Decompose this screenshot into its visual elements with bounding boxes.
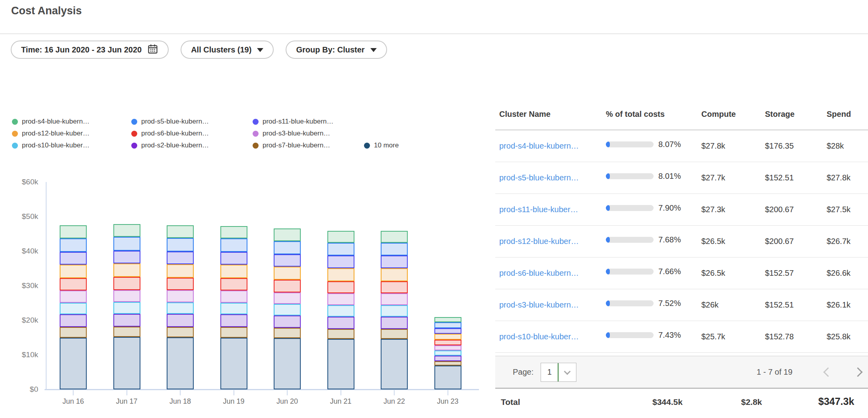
previous-page-button[interactable] bbox=[823, 367, 833, 377]
cluster-link[interactable]: prod-s10-blue-kuber… bbox=[499, 332, 579, 341]
bar-segment bbox=[381, 281, 408, 293]
bar-segment bbox=[60, 265, 87, 278]
bar-segment bbox=[167, 238, 194, 252]
pagination-range: 1 - 7 of 19 bbox=[757, 368, 792, 377]
x-axis-tick bbox=[448, 390, 448, 395]
column-header-pct: % of total costs bbox=[606, 110, 665, 119]
y-axis-tick-label: $50k bbox=[2, 212, 38, 221]
stacked-bar-jun-22 bbox=[381, 231, 408, 389]
bar-segment bbox=[113, 251, 140, 263]
bar-segment bbox=[327, 317, 354, 329]
chevron-down-icon bbox=[564, 368, 571, 375]
cell-spend: $28k bbox=[827, 141, 844, 151]
bar-segment bbox=[327, 339, 354, 389]
bar-segment bbox=[113, 224, 140, 237]
stacked-bar-jun-19 bbox=[220, 226, 247, 389]
cell-pct-of-total: 8.07% bbox=[606, 140, 681, 149]
bar-segment bbox=[434, 328, 461, 334]
legend-item[interactable]: prod-s10-blue-kuber… bbox=[12, 141, 131, 149]
pct-value: 7.68% bbox=[658, 235, 681, 244]
legend-item[interactable]: 10 more bbox=[364, 141, 399, 149]
legend-dot-icon bbox=[364, 143, 370, 149]
bar-segment bbox=[167, 302, 194, 314]
cell-spend: $27.5k bbox=[827, 205, 850, 214]
stacked-bar-jun-20 bbox=[274, 228, 301, 389]
bar-segment bbox=[167, 314, 194, 327]
x-axis-tick bbox=[180, 390, 181, 395]
bar-segment bbox=[434, 340, 461, 345]
legend-item-label: prod-s11-blue-kubern… bbox=[263, 118, 333, 126]
legend-dot-icon bbox=[253, 131, 259, 137]
legend-item[interactable]: prod-s11-blue-kubern… bbox=[253, 118, 364, 126]
bar-segment bbox=[113, 314, 140, 327]
bar-segment bbox=[60, 290, 87, 302]
cell-storage: $200.67 bbox=[765, 205, 794, 214]
legend-item[interactable]: prod-s4-blue-kubern… bbox=[12, 118, 131, 126]
pct-value: 7.90% bbox=[658, 203, 681, 213]
bar-segment bbox=[434, 322, 461, 328]
cluster-link[interactable]: prod-s6-blue-kubern… bbox=[499, 269, 579, 277]
bar-segment bbox=[60, 303, 87, 315]
legend-item[interactable]: prod-s12-blue-kuber… bbox=[12, 130, 131, 137]
x-axis-tick-label: Jun 16 bbox=[47, 397, 99, 406]
bar-segment bbox=[274, 304, 301, 315]
bar-segment bbox=[434, 345, 461, 350]
pct-value: 8.01% bbox=[658, 172, 681, 181]
x-axis-tick-label: Jun 19 bbox=[208, 397, 260, 406]
cell-cluster-name: prod-s12-blue-kuber… bbox=[499, 237, 599, 246]
bar-segment bbox=[327, 243, 354, 255]
page-title: Cost Analysis bbox=[11, 5, 82, 17]
legend-item-label: prod-s10-blue-kuber… bbox=[22, 141, 90, 149]
page-select-chevron-wrap bbox=[559, 371, 576, 374]
bar-segment bbox=[274, 338, 301, 389]
clusters-dropdown-label: All Clusters (19) bbox=[191, 45, 251, 54]
cluster-link[interactable]: prod-s4-blue-kubern… bbox=[499, 141, 579, 150]
cell-cluster-name: prod-s4-blue-kubern… bbox=[499, 141, 599, 151]
stacked-bar-jun-17 bbox=[113, 224, 140, 389]
legend-item[interactable]: prod-s5-blue-kubern… bbox=[131, 118, 253, 126]
y-axis-tick-label: $30k bbox=[2, 281, 38, 290]
stacked-bar-chart: $0$10k$20k$30k$40k$50k$60kJun 16Jun 17Ju… bbox=[0, 175, 487, 417]
clusters-dropdown[interactable]: All Clusters (19) bbox=[181, 41, 274, 59]
table-header: Cluster Name % of total costs Compute St… bbox=[495, 107, 868, 130]
page-select[interactable]: 1 bbox=[541, 363, 576, 382]
table-row: prod-s5-blue-kubern…8.01%$27.7k$152.51$2… bbox=[495, 162, 868, 194]
legend-item-label: 10 more bbox=[374, 141, 399, 149]
cluster-link[interactable]: prod-s5-blue-kubern… bbox=[499, 173, 579, 182]
time-range-button[interactable]: Time: 16 Jun 2020 - 23 Jun 2020 bbox=[11, 41, 169, 59]
column-header-spend: Spend bbox=[827, 110, 851, 119]
table-row: prod-s11-blue-kuber…7.90%$27.3k$200.67$2… bbox=[495, 194, 868, 226]
progress-track bbox=[606, 269, 654, 275]
bar-segment bbox=[274, 241, 301, 254]
group-by-dropdown[interactable]: Group By: Cluster bbox=[286, 41, 387, 59]
bar-segment bbox=[327, 293, 354, 305]
cell-compute: $26.5k bbox=[701, 269, 725, 278]
x-axis-tick-label: Jun 17 bbox=[101, 397, 153, 406]
y-axis-tick-label: $10k bbox=[2, 350, 38, 359]
stacked-bar-jun-21 bbox=[327, 231, 354, 389]
bar-segment bbox=[167, 264, 194, 278]
bar-segment bbox=[60, 252, 87, 265]
pct-value: 8.07% bbox=[658, 140, 681, 149]
cluster-link[interactable]: prod-s12-blue-kuber… bbox=[499, 237, 579, 246]
cell-storage: $152.57 bbox=[765, 269, 794, 278]
progress-track bbox=[606, 237, 654, 243]
bar-segment bbox=[220, 338, 247, 390]
progress-track bbox=[606, 173, 654, 179]
next-page-button[interactable] bbox=[853, 367, 862, 377]
cluster-link[interactable]: prod-s11-blue-kuber… bbox=[499, 205, 578, 214]
legend-item[interactable]: prod-s7-blue-kubern… bbox=[253, 141, 364, 149]
bar-segment bbox=[381, 317, 408, 329]
legend-item[interactable]: prod-s2-blue-kubern… bbox=[131, 141, 253, 149]
bar-segment bbox=[113, 290, 140, 302]
legend-item[interactable]: prod-s3-blue-kubern… bbox=[253, 130, 364, 137]
legend-item[interactable]: prod-s6-blue-kubern… bbox=[131, 130, 253, 137]
bar-segment bbox=[60, 338, 87, 390]
cluster-link[interactable]: prod-s3-blue-kubern… bbox=[499, 300, 579, 309]
x-axis-tick-label: Jun 23 bbox=[422, 397, 474, 406]
bar-segment bbox=[274, 315, 301, 328]
legend-item-label: prod-s4-blue-kubern… bbox=[22, 118, 90, 126]
legend-item-label: prod-s3-blue-kubern… bbox=[263, 130, 330, 137]
table-body: prod-s4-blue-kubern…8.07%$27.8k$176.35$2… bbox=[495, 130, 868, 353]
bar-segment bbox=[220, 290, 247, 302]
